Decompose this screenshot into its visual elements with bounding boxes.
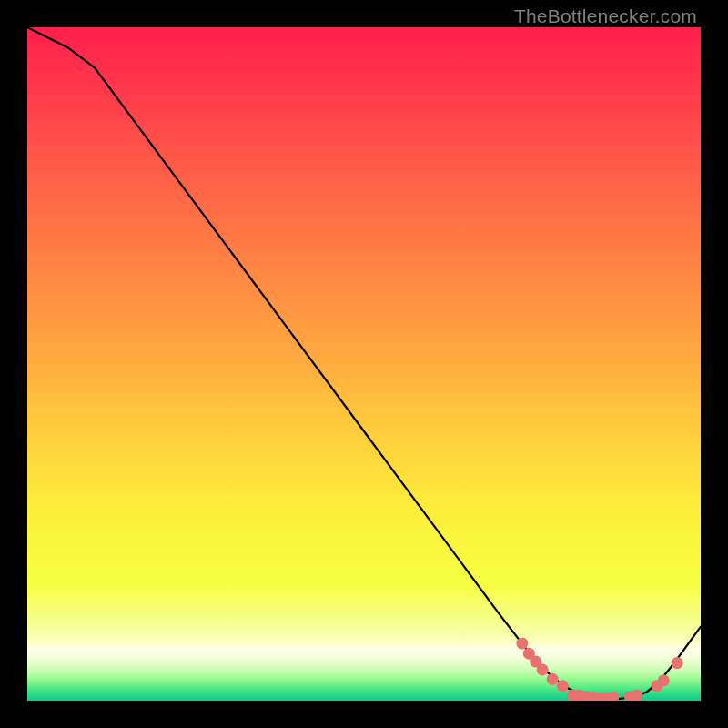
marker-dot xyxy=(631,690,642,701)
plot-area xyxy=(27,27,701,701)
marker-dot xyxy=(516,638,528,650)
marker-dot xyxy=(672,657,683,669)
marker-dot xyxy=(557,680,569,692)
marker-dot xyxy=(547,673,559,685)
chart-root: TheBottlenecker.com xyxy=(0,0,728,728)
marker-dot xyxy=(658,674,670,686)
watermark-text: TheBottlenecker.com xyxy=(514,5,697,27)
curve-line xyxy=(27,27,701,699)
marker-dot xyxy=(537,663,549,675)
marker-dots xyxy=(516,638,682,701)
chart-overlay xyxy=(27,27,701,701)
